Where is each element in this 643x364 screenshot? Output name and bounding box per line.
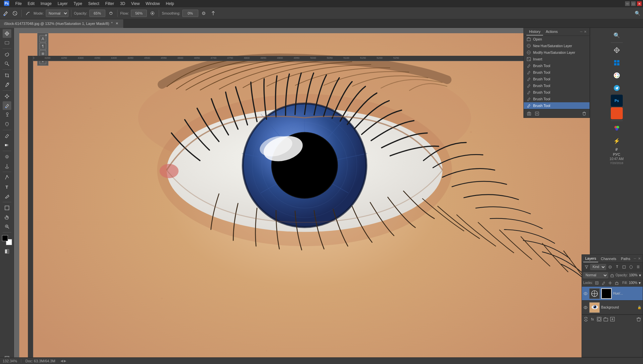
opacity-pressure-icon[interactable] bbox=[107, 10, 115, 17]
history-panel-minimize[interactable]: ─ bbox=[580, 30, 583, 34]
quick-select-tool[interactable] bbox=[3, 59, 11, 68]
orange-app-icon[interactable] bbox=[611, 107, 623, 119]
layer-vis-hue[interactable] bbox=[583, 291, 588, 296]
filter-smart-icon[interactable] bbox=[628, 264, 634, 270]
opacity-input[interactable] bbox=[89, 10, 105, 17]
telegram-icon[interactable] bbox=[611, 82, 623, 94]
create-snapshot-btn[interactable] bbox=[526, 111, 532, 116]
layers-panel-close[interactable]: ✕ bbox=[637, 257, 641, 260]
eyedropper-tool[interactable] bbox=[3, 80, 11, 89]
add-mask-btn[interactable] bbox=[597, 317, 602, 322]
lock-paint-btn[interactable] bbox=[601, 280, 606, 286]
document-tab[interactable]: iStock-614737048.jpg @ 132% (Hue/Saturat… bbox=[0, 19, 124, 28]
status-prev-btn[interactable]: ◀ bbox=[60, 359, 63, 363]
image-canvas[interactable] bbox=[19, 33, 590, 364]
menu-image[interactable]: Image bbox=[38, 1, 54, 7]
windows-icon[interactable] bbox=[611, 57, 623, 69]
status-next-btn[interactable]: ▶ bbox=[64, 359, 66, 363]
delete-layer-btn[interactable] bbox=[636, 317, 641, 322]
hand-tool[interactable] bbox=[3, 213, 11, 222]
history-item-brush-2[interactable]: Brush Tool bbox=[524, 69, 590, 76]
clone-stamp-tool[interactable] bbox=[3, 111, 11, 119]
channels-tab[interactable]: Channels bbox=[599, 255, 618, 262]
foreground-color-swatch[interactable] bbox=[2, 235, 8, 241]
dodge-tool[interactable] bbox=[3, 162, 11, 170]
history-item-brush-7[interactable]: Brush Tool bbox=[524, 102, 590, 109]
create-new-doc-btn[interactable] bbox=[534, 111, 540, 116]
close-btn[interactable]: ✕ bbox=[637, 1, 642, 6]
history-item-brush-1[interactable]: Brush Tool bbox=[524, 62, 590, 69]
marquee-tool[interactable] bbox=[3, 39, 11, 47]
add-style-btn[interactable]: fx bbox=[590, 317, 595, 322]
menu-filter[interactable]: Filter bbox=[103, 1, 117, 7]
move-panel-icon[interactable] bbox=[611, 44, 623, 56]
menu-edit[interactable]: Edit bbox=[25, 1, 37, 7]
menu-layer[interactable]: Layer bbox=[55, 1, 70, 7]
color-swatches[interactable] bbox=[2, 235, 12, 245]
actions-tab[interactable]: Actions bbox=[543, 28, 560, 36]
history-tab[interactable]: History bbox=[526, 28, 543, 36]
history-item-brush-3[interactable]: Brush Tool bbox=[524, 76, 590, 82]
history-item-brush-5[interactable]: Brush Tool bbox=[524, 89, 590, 96]
minimize-btn[interactable]: ─ bbox=[625, 1, 630, 6]
history-item-open[interactable]: Open bbox=[524, 36, 590, 43]
move-tool[interactable] bbox=[3, 29, 11, 38]
filter-type-icon[interactable]: T bbox=[614, 264, 620, 270]
smoothing-settings-icon[interactable]: ⚙ bbox=[200, 10, 208, 17]
healing-tool[interactable] bbox=[3, 92, 11, 101]
filter-shape-icon[interactable] bbox=[621, 264, 627, 270]
layer-mask-hue[interactable] bbox=[601, 288, 612, 299]
kind-select[interactable]: Kind bbox=[590, 264, 606, 270]
quick-mask-toggle[interactable] bbox=[3, 247, 11, 256]
maximize-btn[interactable]: □ bbox=[631, 1, 636, 6]
brush-tool[interactable] bbox=[3, 101, 11, 110]
search-workspace-icon[interactable]: 🔍 bbox=[611, 29, 623, 41]
menu-3d[interactable]: 3D bbox=[117, 1, 128, 7]
layers-tab[interactable]: Layers bbox=[583, 255, 598, 262]
zoom-tool[interactable] bbox=[3, 222, 11, 231]
lasso-tool[interactable] bbox=[3, 50, 11, 59]
smoothing-input[interactable] bbox=[182, 10, 198, 17]
shape-tool[interactable] bbox=[3, 204, 11, 212]
type-tool[interactable]: T bbox=[3, 183, 11, 191]
pressure-icon[interactable] bbox=[24, 10, 32, 17]
menu-type[interactable]: Type bbox=[71, 1, 85, 7]
filter-kind-icon[interactable] bbox=[583, 264, 590, 270]
history-item-brush-6[interactable]: Brush Tool bbox=[524, 96, 590, 102]
history-panel-close[interactable]: ✕ bbox=[584, 30, 587, 34]
colors-icon[interactable] bbox=[611, 122, 623, 134]
ps-icon[interactable]: Ps bbox=[611, 95, 623, 107]
menu-ps[interactable]: Ps bbox=[1, 0, 12, 8]
history-item-new-hue[interactable]: New Hue/Saturation Layer bbox=[524, 43, 590, 49]
chrome-icon[interactable] bbox=[611, 69, 623, 81]
layer-vis-bg[interactable] bbox=[583, 305, 588, 310]
filter-adjustment-icon[interactable] bbox=[607, 264, 613, 270]
flow-input[interactable] bbox=[131, 10, 147, 17]
panel-item-2[interactable]: ¶ bbox=[40, 43, 46, 49]
layer-item-hue-sat[interactable]: Hue/... bbox=[582, 287, 643, 301]
history-item-invert[interactable]: Invert bbox=[524, 56, 590, 62]
lock-all-btn[interactable] bbox=[614, 280, 619, 286]
blend-mode-select[interactable]: Normal Multiply Screen bbox=[583, 272, 608, 278]
delete-history-btn[interactable] bbox=[582, 111, 587, 116]
add-layer-btn[interactable] bbox=[610, 317, 615, 322]
lock-position-btn[interactable] bbox=[607, 280, 613, 286]
bolt-icon[interactable]: ⚡ bbox=[611, 135, 623, 147]
tab-close-btn[interactable]: ✕ bbox=[115, 21, 119, 26]
layers-menu-btn[interactable]: ☰ bbox=[635, 264, 641, 270]
mode-select[interactable]: Normal Multiply Screen Overlay bbox=[46, 10, 68, 17]
pen-tool[interactable] bbox=[3, 173, 11, 182]
ruble-icon[interactable]: ₽ bbox=[615, 147, 618, 152]
layers-panel-minimize[interactable]: ─ bbox=[633, 257, 637, 260]
opacity-dropdown[interactable]: ▾ bbox=[639, 274, 641, 277]
gradient-tool[interactable] bbox=[3, 141, 11, 149]
blend-lock-icon[interactable] bbox=[610, 273, 614, 277]
link-layers-btn[interactable] bbox=[583, 317, 589, 322]
blur-tool[interactable] bbox=[3, 152, 11, 161]
brush-tool-icon[interactable] bbox=[2, 10, 9, 17]
opacity-val-layers[interactable]: 100% bbox=[629, 273, 638, 277]
history-item-brush-4[interactable]: Brush Tool bbox=[524, 82, 590, 89]
layer-item-background[interactable]: Background 🔒 bbox=[582, 301, 643, 315]
menu-window[interactable]: Window bbox=[143, 1, 163, 7]
history-item-modify-hue[interactable]: Modify Hue/Saturation Layer bbox=[524, 49, 590, 56]
